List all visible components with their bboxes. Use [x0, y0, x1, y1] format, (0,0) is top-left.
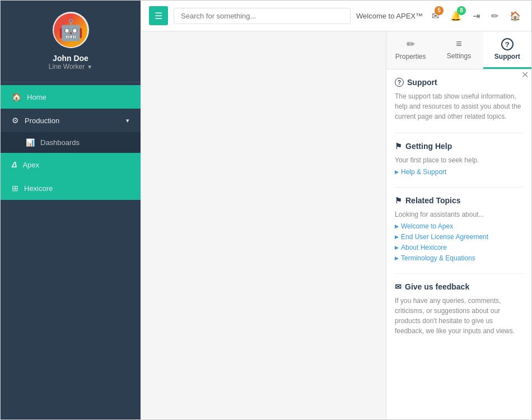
mail-badge: 5: [435, 6, 444, 15]
sidebar-nav: 🏠 Home ⚙ Production ▾ 📊 Dashboards Δ Ape…: [1, 82, 141, 419]
properties-tab-icon: ✏: [407, 38, 415, 50]
panel-close-button[interactable]: ✕: [521, 69, 529, 80]
search-input[interactable]: [174, 8, 351, 24]
tab-settings-label: Settings: [447, 52, 471, 60]
getting-help-desc: Your first place to seek help.: [395, 155, 523, 165]
topbar-right: Welcome to APEX™ ✉ 5 🔔 8 ⇥ ✏ 🏠: [356, 8, 523, 24]
related-link-eula[interactable]: End User License Agreement: [395, 233, 523, 241]
help-support-link[interactable]: Help & Support: [395, 168, 523, 176]
sidebar-item-home-label: Home: [27, 93, 46, 101]
sidebar-item-dashboards-label: Dashboards: [40, 138, 80, 147]
role-chevron-icon: ▼: [87, 64, 92, 70]
home-nav-icon: 🏠: [510, 11, 521, 21]
home-icon: 🏠: [12, 92, 21, 101]
export-button[interactable]: ⇥: [470, 8, 482, 24]
sidebar-header: 🤖 John Doe Line Worker ▼: [1, 1, 141, 82]
related-bookmark-icon: ⚑: [395, 196, 402, 205]
sidebar-item-production[interactable]: ⚙ Production ▾: [1, 109, 141, 132]
getting-help-title: ⚑ Getting Help: [395, 142, 523, 151]
sidebar-item-dashboards[interactable]: 📊 Dashboards: [1, 132, 141, 153]
support-desc: The support tab show useful information,…: [395, 91, 523, 122]
hamburger-icon: ☰: [155, 11, 162, 21]
feedback-desc: If you have any queries, comments, criti…: [395, 296, 523, 336]
sidebar-item-hexicore-label: Hexicore: [24, 184, 53, 193]
feedback-title: ✉ Give us feedback: [395, 282, 523, 291]
edit-button[interactable]: ✏: [489, 8, 501, 24]
support-header-section: ? Support The support tab show useful in…: [395, 78, 523, 122]
settings-tab-icon: ≡: [456, 38, 462, 50]
edit-icon: ✏: [491, 11, 498, 21]
avatar: 🤖: [53, 12, 89, 48]
related-topics-title: ⚑ Related Topics: [395, 196, 523, 205]
panel-body: ✕ ? Support The support tab show useful …: [386, 69, 531, 419]
user-role[interactable]: Line Worker ▼: [49, 63, 92, 71]
related-link-terminology[interactable]: Terminology & Equations: [395, 254, 523, 262]
tab-support-label: Support: [494, 53, 520, 60]
bell-badge: 8: [457, 6, 466, 15]
tab-properties[interactable]: ✏ Properties: [386, 31, 435, 69]
export-icon: ⇥: [473, 11, 480, 21]
avatar-image: 🤖: [54, 13, 87, 47]
feedback-section: ✉ Give us feedback If you have any queri…: [395, 282, 523, 336]
topbar: ☰ Welcome to APEX™ ✉ 5 🔔 8 ⇥ ✏: [141, 1, 531, 31]
sidebar-item-hexicore[interactable]: ⊞ Hexicore: [1, 176, 141, 200]
right-panel: ✏ Properties ≡ Settings ? Support ✕: [386, 31, 531, 419]
home-button[interactable]: 🏠: [507, 8, 523, 24]
user-name: John Doe: [53, 54, 88, 63]
hamburger-button[interactable]: ☰: [149, 6, 168, 25]
related-link-hexicore[interactable]: About Hexicore: [395, 244, 523, 251]
support-tab-icon: ?: [501, 38, 514, 50]
related-link-welcome[interactable]: Welcome to Apex: [395, 222, 523, 230]
mail-feedback-icon: ✉: [395, 282, 402, 291]
divider-2: [395, 187, 523, 188]
sidebar-item-production-label: Production: [25, 116, 59, 125]
support-title: ? Support: [395, 78, 523, 87]
divider-1: [395, 133, 523, 133]
tab-properties-label: Properties: [395, 53, 426, 60]
sidebar-item-apex[interactable]: Δ Apex: [1, 153, 141, 176]
mail-button[interactable]: ✉ 5: [430, 8, 441, 24]
sidebar: 🤖 John Doe Line Worker ▼ 🏠 Home ⚙ Produc…: [1, 1, 141, 419]
page-content: [141, 31, 386, 419]
content-area: ✏ Properties ≡ Settings ? Support ✕: [141, 31, 531, 419]
dashboards-icon: 📊: [26, 138, 35, 147]
sidebar-item-home[interactable]: 🏠 Home: [1, 85, 141, 109]
divider-3: [395, 273, 523, 274]
apex-icon: Δ: [12, 160, 17, 169]
support-title-icon: ?: [395, 78, 404, 87]
production-icon: ⚙: [12, 116, 19, 125]
welcome-text: Welcome to APEX™: [356, 12, 423, 20]
production-expand-icon: ▾: [126, 117, 129, 124]
related-topics-desc: Looking for assistants about...: [395, 209, 523, 220]
bookmark-icon: ⚑: [395, 142, 402, 151]
hexicore-icon: ⊞: [12, 184, 18, 193]
notifications-button[interactable]: 🔔 8: [448, 8, 464, 24]
tab-settings[interactable]: ≡ Settings: [435, 31, 483, 69]
tab-support[interactable]: ? Support: [483, 31, 531, 69]
main-area: ☰ Welcome to APEX™ ✉ 5 🔔 8 ⇥ ✏: [141, 1, 531, 419]
getting-help-section: ⚑ Getting Help Your first place to seek …: [395, 142, 523, 176]
related-topics-section: ⚑ Related Topics Looking for assistants …: [395, 196, 523, 262]
panel-tabs: ✏ Properties ≡ Settings ? Support: [386, 31, 531, 69]
production-submenu: 📊 Dashboards: [1, 132, 141, 153]
sidebar-item-apex-label: Apex: [22, 161, 39, 169]
